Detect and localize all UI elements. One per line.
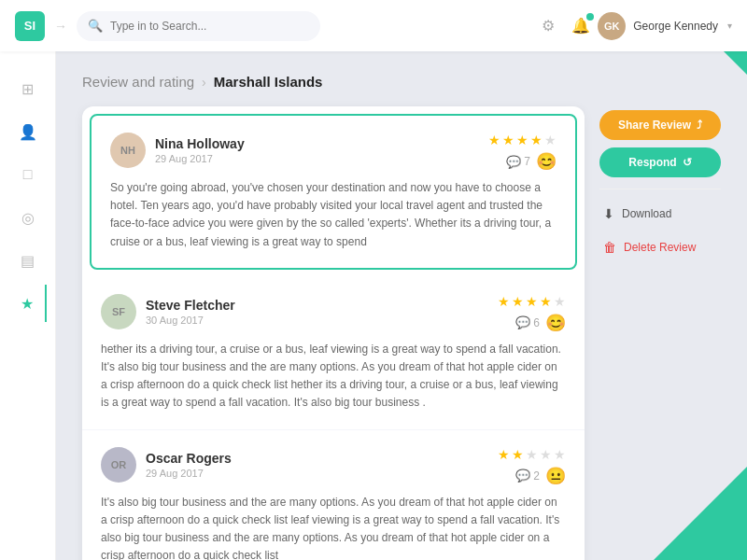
star-2: ★ (512, 294, 524, 309)
share-icon: ⤴ (697, 119, 702, 132)
settings-icon[interactable]: ⚙ (542, 17, 555, 35)
star-1: ★ (488, 133, 500, 147)
delete-icon: 🗑 (603, 240, 616, 255)
review-header: NH Nina Holloway 29 Aug 2017 ★★★★★ 💬 7 😊 (110, 133, 557, 172)
search-icon: 🔍 (88, 19, 103, 33)
star-1: ★ (498, 294, 510, 309)
username-label: George Kennedy (633, 20, 718, 33)
review-emoji: 😊 (536, 151, 557, 172)
respond-button[interactable]: Respond ↺ (599, 147, 721, 177)
share-label: Share Review (618, 119, 691, 132)
review-avatar: NH (110, 133, 146, 168)
sidebar-item-chat[interactable]: ◎ (9, 199, 47, 236)
notification-badge (586, 13, 594, 21)
search-input[interactable] (110, 20, 309, 33)
comment-icon: 💬 (506, 155, 521, 169)
review-right: ★★★★★ 💬 2 😐 (498, 447, 566, 486)
review-name: Steve Fletcher (146, 298, 235, 313)
comment-count: 💬 6 (515, 315, 540, 329)
download-button[interactable]: ⬇ Download (599, 201, 721, 227)
comment-icon: 💬 (515, 315, 530, 329)
star-4: ★ (530, 133, 543, 147)
chevron-down-icon: ▾ (727, 21, 732, 31)
review-avatar: OR (101, 447, 136, 483)
star-rating: ★★★★★ (488, 133, 557, 147)
avatar: GK (598, 12, 626, 40)
download-icon: ⬇ (603, 206, 614, 221)
comment-number: 7 (524, 155, 530, 168)
review-user: NH Nina Holloway 29 Aug 2017 (110, 133, 245, 168)
share-review-button[interactable]: Share Review ⤴ (599, 110, 721, 140)
review-meta: 💬 6 😊 (515, 313, 566, 333)
breadcrumb: Review and rating › Marshall Islands (82, 74, 721, 90)
comment-number: 6 (533, 316, 540, 329)
star-4: ★ (540, 447, 552, 462)
review-header: OR Oscar Rogers 29 Aug 2017 ★★★★★ 💬 2 😐 (101, 447, 566, 486)
review-name: Oscar Rogers (146, 451, 232, 466)
review-name: Nina Holloway (155, 136, 245, 151)
comment-number: 2 (533, 469, 540, 483)
sidebar-item-star[interactable]: ★ (9, 285, 47, 322)
star-rating: ★★★★★ (498, 294, 566, 309)
review-body: It's also big tour business and the are … (101, 494, 566, 561)
review-item-1[interactable]: NH Nina Holloway 29 Aug 2017 ★★★★★ 💬 7 😊 (90, 114, 577, 270)
comment-icon: 💬 (515, 469, 530, 483)
review-user-info: Nina Holloway 29 Aug 2017 (155, 136, 245, 164)
review-body: hether its a driving tour, a cruise or a… (101, 341, 566, 413)
delete-review-button[interactable]: 🗑 Delete Review (599, 234, 721, 260)
review-date: 29 Aug 2017 (146, 468, 232, 479)
review-user-info: Steve Fletcher 30 Aug 2017 (146, 298, 235, 326)
review-header: SF Steve Fletcher 30 Aug 2017 ★★★★★ 💬 6 … (101, 294, 566, 333)
breadcrumb-root[interactable]: Review and rating (82, 74, 194, 90)
star-2: ★ (502, 133, 514, 147)
review-meta: 💬 7 😊 (506, 151, 557, 172)
review-right: ★★★★★ 💬 6 😊 (498, 294, 566, 333)
topbar: SI → 🔍 ⚙ 🔔 GK George Kennedy ▾ (0, 0, 747, 51)
review-item-3[interactable]: OR Oscar Rogers 29 Aug 2017 ★★★★★ 💬 2 😐 (82, 430, 585, 561)
star-5: ★ (544, 133, 557, 147)
delete-label: Delete Review (624, 241, 696, 254)
sidebar-item-users[interactable]: 👤 (9, 113, 47, 150)
main-content: Review and rating › Marshall Islands NH … (56, 51, 747, 560)
review-user: SF Steve Fletcher 30 Aug 2017 (101, 294, 235, 329)
comment-count: 💬 7 (506, 155, 530, 169)
divider (599, 189, 721, 189)
star-rating: ★★★★★ (498, 447, 566, 462)
review-avatar: SF (101, 294, 136, 329)
review-right: ★★★★★ 💬 7 😊 (488, 133, 557, 172)
review-date: 30 Aug 2017 (146, 315, 235, 326)
comment-count: 💬 2 (515, 469, 540, 483)
review-body: So you're going abroad, you've chosen yo… (110, 179, 557, 251)
reviews-card: NH Nina Holloway 29 Aug 2017 ★★★★★ 💬 7 😊 (82, 106, 585, 560)
action-panel: Share Review ⤴ Respond ↺ ⬇ Download 🗑 De… (599, 106, 721, 560)
sidebar: ⊞ 👤 □ ◎ ▤ ★ (0, 51, 56, 560)
topbar-arrow: → (54, 19, 67, 34)
download-label: Download (622, 207, 671, 220)
respond-label: Respond (628, 156, 676, 169)
star-3: ★ (516, 133, 529, 147)
review-date: 29 Aug 2017 (155, 153, 245, 164)
content-wrapper: NH Nina Holloway 29 Aug 2017 ★★★★★ 💬 7 😊 (82, 106, 721, 560)
review-emoji: 😊 (545, 313, 566, 333)
topbar-icons: ⚙ 🔔 (542, 17, 590, 35)
star-2: ★ (512, 447, 524, 462)
star-4: ★ (540, 294, 552, 309)
review-user-info: Oscar Rogers 29 Aug 2017 (146, 451, 232, 479)
breadcrumb-current: Marshall Islands (214, 74, 323, 90)
star-5: ★ (554, 294, 566, 309)
user-menu[interactable]: GK George Kennedy ▾ (598, 12, 732, 40)
star-3: ★ (526, 294, 538, 309)
sidebar-item-grid[interactable]: ⊞ (9, 70, 47, 107)
sidebar-item-table[interactable]: ▤ (9, 242, 47, 279)
search-bar[interactable]: 🔍 (77, 11, 320, 41)
notification-icon[interactable]: 🔔 (571, 17, 590, 35)
review-item-2[interactable]: SF Steve Fletcher 30 Aug 2017 ★★★★★ 💬 6 … (82, 277, 585, 430)
sidebar-item-box[interactable]: □ (9, 156, 47, 193)
review-emoji: 😐 (545, 466, 566, 486)
star-1: ★ (498, 447, 510, 462)
respond-icon: ↺ (683, 156, 692, 169)
review-meta: 💬 2 😐 (515, 466, 566, 486)
breadcrumb-separator: › (202, 75, 206, 90)
star-5: ★ (554, 447, 566, 462)
logo: SI (15, 11, 45, 41)
